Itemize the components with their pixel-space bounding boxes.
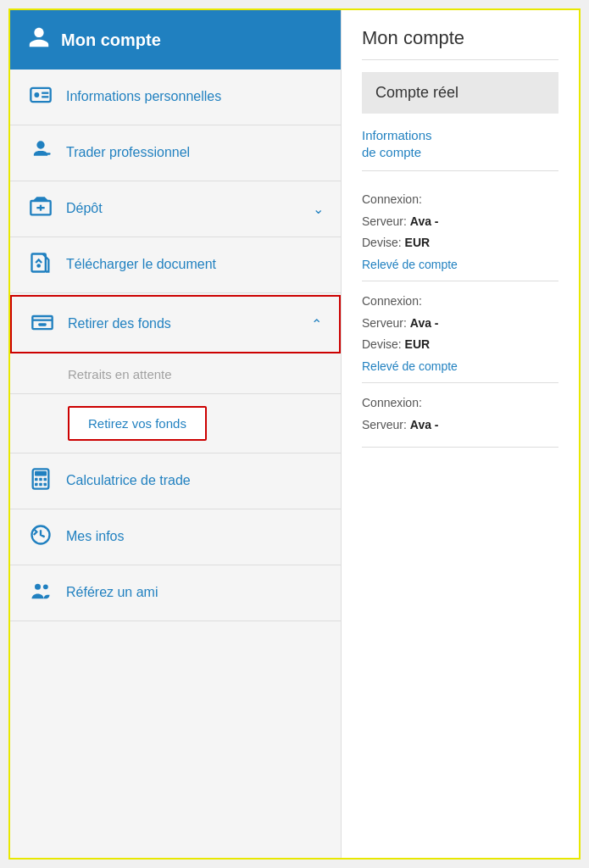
retirer-button-container: Retirez vos fonds [10,394,341,453]
sidebar-item-telecharger[interactable]: Télécharger le document [10,237,341,293]
svg-point-9 [36,264,41,268]
sidebar-item-telecharger-label: Télécharger le document [66,256,324,274]
sidebar-header[interactable]: Mon compte [10,10,341,70]
sidebar-item-referez-label: Référez un ami [66,584,324,602]
account-1-devise-value: EUR [405,236,431,249]
clock-icon [27,523,54,551]
retirer-chevron-icon: ⌃ [311,316,322,332]
account-3-serveur: Serveur: Ava - [362,417,558,434]
sidebar-item-retirer-fonds[interactable]: Retirer des fonds ⌃ [10,295,341,353]
sidebar-item-calculatrice[interactable]: Calculatrice de trade [10,453,341,509]
svg-rect-4 [42,153,50,154]
svg-rect-12 [38,323,46,326]
user-icon [27,25,51,54]
sidebar-item-depot-label: Dépôt [66,200,301,218]
account-3-connexion: Connexion: [362,395,558,412]
account-1-devise: Devise: EUR [362,235,558,252]
retraits-label: Retraits en attente [68,367,172,381]
svg-point-23 [43,584,48,589]
friends-icon [27,579,54,607]
sidebar: Mon compte Informations personnelles [10,10,341,858]
svg-rect-20 [44,483,47,487]
account-2-connexion: Connexion: [362,293,558,310]
account-1-serveur-value: Ava - [410,214,439,228]
sidebar-item-mes-infos[interactable]: Mes infos [10,509,341,565]
sidebar-item-calculatrice-label: Calculatrice de trade [66,472,324,490]
account-block-2: Connexion: Serveur: Ava - Devise: EUR Re… [362,285,558,383]
account-block-1: Connexion: Serveur: Ava - Devise: EUR Re… [362,183,558,281]
svg-rect-16 [39,478,42,481]
account-1-serveur: Serveur: Ava - [362,214,558,231]
svg-rect-18 [35,483,38,487]
sidebar-item-depot[interactable]: Dépôt ⌄ [10,181,341,237]
right-panel-title: Mon compte [362,27,558,60]
svg-rect-0 [31,88,50,102]
svg-rect-8 [32,254,46,272]
id-card-icon [27,83,54,111]
upload-icon [27,251,54,279]
account-1-releve-link[interactable]: Relevé de compte [362,258,458,271]
sidebar-item-informations-label: Informations personnelles [66,88,324,106]
account-2-releve-link[interactable]: Relevé de compte [362,359,458,373]
svg-rect-17 [44,478,47,481]
account-2-devise-value: EUR [405,337,431,351]
info-compte-text: Informationsde compte [362,128,432,159]
account-2-devise: Devise: EUR [362,337,558,353]
sidebar-header-label: Mon compte [61,31,161,50]
svg-rect-19 [39,483,42,487]
trader-icon [27,139,54,167]
account-block-3: Connexion: Serveur: Ava - [362,387,558,448]
svg-rect-10 [32,316,52,329]
account-1-connexion: Connexion: [362,192,558,209]
sidebar-item-retirer-label: Retirer des fonds [68,315,299,333]
compte-reel-label: Compte réel [375,84,458,101]
svg-rect-15 [35,478,38,481]
depot-chevron-icon: ⌄ [313,201,324,217]
retirer-vos-fonds-button[interactable]: Retirez vos fonds [68,406,207,441]
svg-rect-14 [35,471,47,476]
svg-point-22 [35,584,41,590]
calculator-icon [27,467,54,495]
sidebar-item-referez-ami[interactable]: Référez un ami [10,565,341,621]
deposit-icon [27,195,54,223]
withdraw-icon [29,310,56,338]
account-2-serveur-value: Ava - [410,316,439,330]
sidebar-item-trader-professionnel[interactable]: Trader professionnel [10,125,341,181]
sidebar-subitem-retraits[interactable]: Retraits en attente [10,355,341,394]
sidebar-item-trader-label: Trader professionnel [66,144,324,162]
account-2-serveur: Serveur: Ava - [362,315,558,332]
info-compte-link[interactable]: Informationsde compte [362,127,558,171]
svg-point-1 [34,92,39,97]
right-panel: Mon compte Compte réel Informationsde co… [341,10,579,858]
compte-reel-box: Compte réel [362,72,558,114]
sidebar-item-informations-personnelles[interactable]: Informations personnelles [10,70,341,125]
account-3-serveur-value: Ava - [410,418,439,431]
sidebar-item-mes-infos-label: Mes infos [66,528,324,546]
